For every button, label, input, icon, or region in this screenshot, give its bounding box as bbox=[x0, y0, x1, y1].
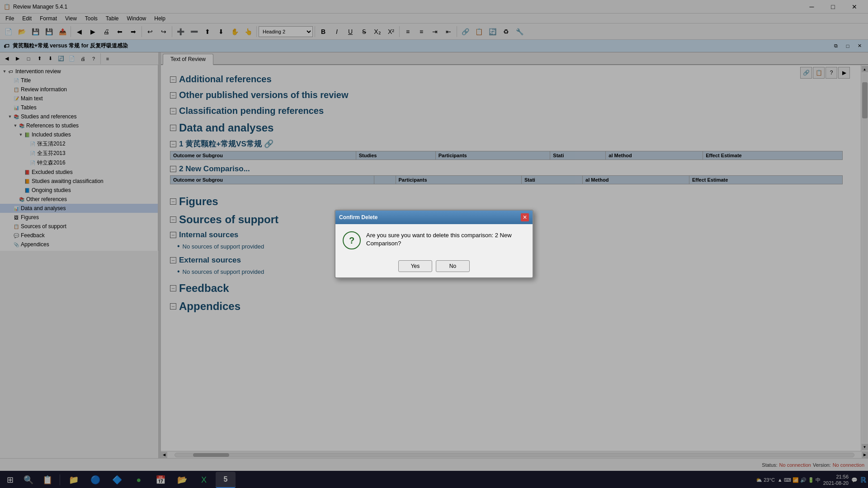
modal-no-button[interactable]: No bbox=[436, 260, 470, 272]
modal-message: Are you sure you want to delete this com… bbox=[366, 231, 525, 248]
modal-question-icon: ? bbox=[343, 231, 361, 249]
confirm-delete-dialog: Confirm Delete ✕ ? Are you sure you want… bbox=[335, 210, 533, 278]
modal-overlay: Confirm Delete ✕ ? Are you sure you want… bbox=[0, 0, 868, 488]
modal-body: ? Are you sure you want to delete this c… bbox=[335, 224, 533, 257]
modal-title: Confirm Delete bbox=[339, 214, 377, 221]
modal-yes-button[interactable]: Yes bbox=[398, 260, 432, 272]
modal-footer: Yes No bbox=[335, 257, 533, 277]
modal-close-button[interactable]: ✕ bbox=[521, 213, 529, 221]
modal-title-bar: Confirm Delete ✕ bbox=[335, 211, 533, 224]
